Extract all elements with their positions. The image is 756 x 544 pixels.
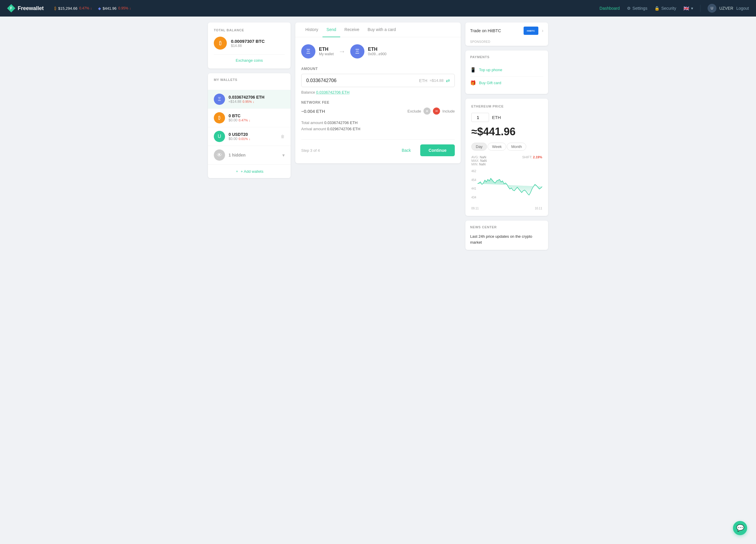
to-coin-icon: Ξ [350, 44, 364, 58]
buy-gift-card-item[interactable]: 🎁 Buy Gift card [470, 76, 543, 89]
arrival-amount-value: 0.0296742706 ETH [327, 127, 360, 131]
exclude-label: Exclude [408, 109, 421, 113]
tab-send[interactable]: Send [322, 22, 340, 37]
amount-input-wrapper[interactable]: 0.0336742706 ETH ≈$14.88 ⇄ [301, 74, 455, 87]
back-button[interactable]: Back [396, 144, 417, 156]
tab-receive[interactable]: Receive [340, 22, 364, 37]
eth-qty-input[interactable] [471, 113, 489, 122]
top-up-phone-item[interactable]: 📱 Top up phone [470, 63, 543, 76]
right-panel: Trade on HitBTC HitBTC › SPONSORED PAYME… [465, 22, 548, 250]
eth-label: ETH [492, 115, 501, 120]
add-wallets-button[interactable]: ＋ + Add wallets [208, 164, 291, 178]
wallet-item-hidden[interactable]: 👁 1 hidden ▾ [208, 146, 291, 164]
chevron-right-icon: › [542, 28, 543, 33]
usdt-wallet-icon: U [214, 131, 225, 142]
hidden-wallet-icon: 👁 [214, 149, 225, 161]
to-coin-name: ETH [368, 47, 387, 52]
to-info: ETH 0x09...e900 [368, 47, 387, 56]
flag-icon: 🇬🇧 [683, 6, 689, 11]
nav-language[interactable]: 🇬🇧 ▾ [683, 6, 693, 11]
fee-toggle-remove[interactable]: − [433, 108, 440, 115]
usdt-change-badge: 0.01% ↓ [239, 137, 250, 141]
continue-button[interactable]: Continue [420, 144, 455, 156]
amount-label: AMOUNT [301, 67, 455, 71]
y-axis-labels: 462 454 441 434 [471, 170, 478, 199]
arrival-amount-row: Arrival amount 0.0296742706 ETH [301, 127, 455, 131]
eth-wallet-icon: Ξ [214, 94, 225, 105]
send-to: Ξ ETH 0x09...e900 [350, 44, 387, 58]
wallet-item-eth[interactable]: Ξ 0.0336742706 ETH ≈$14.88 0.95% ↓ [208, 90, 291, 108]
news-item[interactable]: Last 24h price updates on the crypto mar… [470, 234, 543, 245]
min-stat: MIN: NaN [471, 162, 487, 166]
chart-svg [478, 170, 542, 205]
balance-link[interactable]: 0.0336742706 ETH [316, 90, 350, 95]
nav-user: U UZVER Logout [708, 4, 749, 13]
tab-week[interactable]: Week [488, 143, 506, 151]
send-card: History Send Receive Buy with a card Ξ E… [295, 22, 461, 163]
network-fee-label: NETWORK FEE [301, 100, 455, 105]
balance-row: ₿ 0.00097307 BTC $14.88 [214, 37, 285, 50]
eth-price-card: ETHEREUM PRICE ETH ≈$441.96 Day Week Mon… [465, 99, 548, 216]
swap-icon[interactable]: ⇄ [446, 78, 450, 83]
header-prices: ₿ $15,294.66 0.47% ↓ ◆ $441.96 0.95% ↓ [54, 6, 594, 11]
nav-security[interactable]: 🔒 Security [654, 6, 676, 11]
center-panel: History Send Receive Buy with a card Ξ E… [295, 22, 461, 250]
eth-wallet-info: 0.0336742706 ETH ≈$14.88 0.95% ↓ [229, 95, 285, 104]
nav-dashboard[interactable]: Dashboard [599, 6, 620, 11]
price-stats: AVG: NaN MAX: NaN MIN: NaN SHIFT: 2.19% [471, 155, 542, 166]
wallet-item-btc[interactable]: ₿ 0 BTC $0.00 0.47% ↓ [208, 108, 291, 127]
from-coin-icon: Ξ [301, 44, 315, 58]
wallets-card: MY WALLETS Ξ 0.0336742706 ETH ≈$14.88 0.… [208, 73, 291, 178]
usdt-wallet-usd: $0.00 0.01% ↓ [229, 137, 277, 141]
top-up-phone-label: Top up phone [479, 68, 502, 72]
chart-x-labels: 09.11 10.11 [471, 207, 542, 210]
tab-buy[interactable]: Buy with a card [364, 22, 400, 37]
trash-icon[interactable]: 🗑 [281, 134, 285, 139]
gift-icon: 🎁 [470, 80, 476, 86]
hitbtc-trade-link[interactable]: Trade on HitBTC HitBTC › [465, 22, 548, 39]
usdt-wallet-info: 0 USDT20 $0.00 0.01% ↓ [229, 132, 277, 141]
eth-change: 0.95% ↓ [118, 6, 131, 10]
from-coin-name: ETH [319, 47, 334, 52]
eth-wallet-usd: ≈$14.88 0.95% ↓ [229, 100, 285, 104]
chat-button[interactable]: 💬 [733, 521, 747, 535]
left-panel: TOTAL BALANCE ₿ 0.00097307 BTC $14.88 Ex… [208, 22, 291, 250]
buy-gift-card-label: Buy Gift card [479, 81, 501, 85]
total-amount-row: Total amount 0.0336742706 ETH [301, 120, 455, 125]
eth-price-display: ≈$441.96 [471, 126, 542, 138]
eth-icon-header: ◆ [98, 6, 101, 11]
btc-total-icon: ₿ [214, 37, 227, 50]
avatar[interactable]: U [708, 4, 716, 13]
exchange-coins-link[interactable]: Exchange coins [214, 54, 285, 63]
tab-day[interactable]: Day [471, 143, 487, 151]
arrow-right-icon: → [338, 47, 346, 56]
btc-icon: ₿ [54, 6, 56, 11]
payments-card: PAYMENTS 📱 Top up phone 🎁 Buy Gift card [465, 51, 548, 94]
header-nav: Dashboard ⚙ Settings 🔒 Security 🇬🇧 ▾ U U… [599, 4, 749, 13]
hidden-wallet-info: 1 hidden [229, 153, 279, 157]
btc-wallet-icon: ₿ [214, 112, 225, 123]
fee-toggle-add[interactable]: + [423, 108, 431, 115]
logout-button[interactable]: Logout [736, 6, 749, 11]
btc-wallet-amount: 0 BTC [229, 113, 285, 118]
time-tabs: Day Week Month [471, 143, 542, 151]
news-card: NEWS CENTER Last 24h price updates on th… [465, 221, 548, 250]
tab-month[interactable]: Month [507, 143, 526, 151]
eth-price-value: $441.96 [103, 6, 117, 11]
logo-text: Freewallet [18, 5, 44, 12]
hitbtc-logo: HitBTC [524, 27, 538, 35]
stats-right: SHIFT: 2.19% [522, 155, 542, 166]
arrival-amount-label: Arrival amount [301, 127, 327, 131]
main-content: TOTAL BALANCE ₿ 0.00097307 BTC $14.88 Ex… [201, 17, 555, 256]
trade-text: Trade on HitBTC [470, 28, 520, 33]
eth-price-input-row: ETH [471, 113, 542, 122]
gear-icon: ⚙ [627, 6, 631, 11]
fee-controls: Exclude + − Include [408, 108, 455, 115]
avg-stat: AVG: NaN [471, 155, 487, 159]
nav-settings[interactable]: ⚙ Settings [627, 6, 648, 11]
wallet-item-usdt[interactable]: U 0 USDT20 $0.00 0.01% ↓ 🗑 [208, 127, 291, 146]
tab-history[interactable]: History [301, 22, 322, 37]
logo[interactable]: F Freewallet [7, 4, 44, 12]
max-stat: MAX: NaN [471, 159, 487, 162]
eth-price-item: ◆ $441.96 0.95% ↓ [98, 6, 131, 11]
